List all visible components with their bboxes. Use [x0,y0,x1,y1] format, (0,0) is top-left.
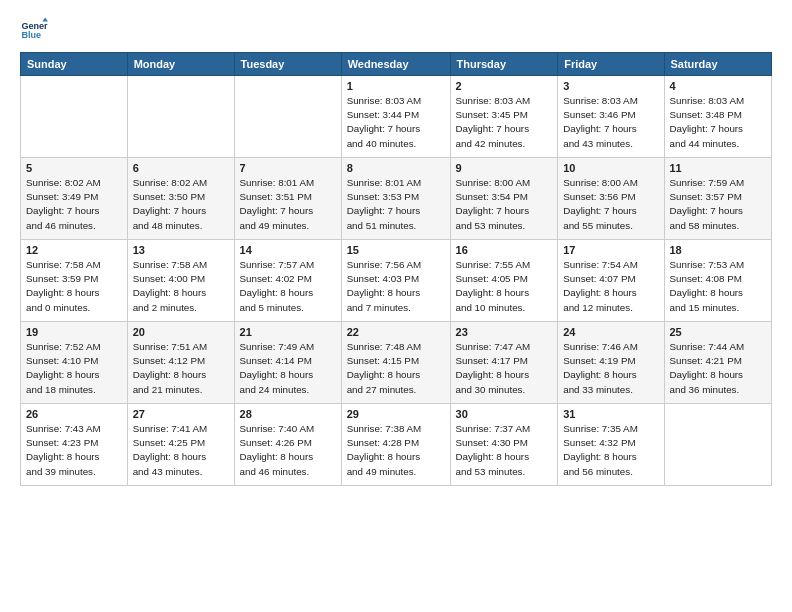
day-info: Sunrise: 7:53 AM Sunset: 4:08 PM Dayligh… [670,258,767,315]
weekday-header-saturday: Saturday [664,53,772,76]
calendar-cell: 23Sunrise: 7:47 AM Sunset: 4:17 PM Dayli… [450,322,558,404]
calendar-cell: 25Sunrise: 7:44 AM Sunset: 4:21 PM Dayli… [664,322,772,404]
weekday-header-wednesday: Wednesday [341,53,450,76]
day-number: 23 [456,326,553,338]
day-number: 9 [456,162,553,174]
day-info: Sunrise: 7:41 AM Sunset: 4:25 PM Dayligh… [133,422,229,479]
calendar-cell [127,76,234,158]
logo-icon: General Blue [20,16,48,44]
calendar-cell: 26Sunrise: 7:43 AM Sunset: 4:23 PM Dayli… [21,404,128,486]
weekday-header-monday: Monday [127,53,234,76]
header: General Blue [20,16,772,44]
calendar-cell: 17Sunrise: 7:54 AM Sunset: 4:07 PM Dayli… [558,240,664,322]
day-info: Sunrise: 7:51 AM Sunset: 4:12 PM Dayligh… [133,340,229,397]
calendar-cell: 21Sunrise: 7:49 AM Sunset: 4:14 PM Dayli… [234,322,341,404]
calendar-cell: 29Sunrise: 7:38 AM Sunset: 4:28 PM Dayli… [341,404,450,486]
calendar-cell: 7Sunrise: 8:01 AM Sunset: 3:51 PM Daylig… [234,158,341,240]
day-number: 19 [26,326,122,338]
day-info: Sunrise: 8:00 AM Sunset: 3:56 PM Dayligh… [563,176,658,233]
day-info: Sunrise: 7:58 AM Sunset: 4:00 PM Dayligh… [133,258,229,315]
week-row-1: 1Sunrise: 8:03 AM Sunset: 3:44 PM Daylig… [21,76,772,158]
day-info: Sunrise: 7:43 AM Sunset: 4:23 PM Dayligh… [26,422,122,479]
calendar-cell: 24Sunrise: 7:46 AM Sunset: 4:19 PM Dayli… [558,322,664,404]
weekday-header-sunday: Sunday [21,53,128,76]
calendar-cell: 8Sunrise: 8:01 AM Sunset: 3:53 PM Daylig… [341,158,450,240]
calendar-cell: 30Sunrise: 7:37 AM Sunset: 4:30 PM Dayli… [450,404,558,486]
calendar-cell: 27Sunrise: 7:41 AM Sunset: 4:25 PM Dayli… [127,404,234,486]
day-number: 29 [347,408,445,420]
calendar-cell: 28Sunrise: 7:40 AM Sunset: 4:26 PM Dayli… [234,404,341,486]
calendar-cell: 31Sunrise: 7:35 AM Sunset: 4:32 PM Dayli… [558,404,664,486]
weekday-header-row: SundayMondayTuesdayWednesdayThursdayFrid… [21,53,772,76]
svg-text:Blue: Blue [21,30,41,40]
day-info: Sunrise: 7:37 AM Sunset: 4:30 PM Dayligh… [456,422,553,479]
weekday-header-tuesday: Tuesday [234,53,341,76]
week-row-4: 19Sunrise: 7:52 AM Sunset: 4:10 PM Dayli… [21,322,772,404]
day-number: 17 [563,244,658,256]
calendar-cell: 2Sunrise: 8:03 AM Sunset: 3:45 PM Daylig… [450,76,558,158]
calendar-table: SundayMondayTuesdayWednesdayThursdayFrid… [20,52,772,486]
day-info: Sunrise: 8:01 AM Sunset: 3:53 PM Dayligh… [347,176,445,233]
day-info: Sunrise: 8:02 AM Sunset: 3:50 PM Dayligh… [133,176,229,233]
day-number: 10 [563,162,658,174]
day-number: 31 [563,408,658,420]
calendar-cell: 6Sunrise: 8:02 AM Sunset: 3:50 PM Daylig… [127,158,234,240]
day-number: 4 [670,80,767,92]
weekday-header-friday: Friday [558,53,664,76]
week-row-5: 26Sunrise: 7:43 AM Sunset: 4:23 PM Dayli… [21,404,772,486]
day-number: 22 [347,326,445,338]
day-info: Sunrise: 8:03 AM Sunset: 3:44 PM Dayligh… [347,94,445,151]
calendar-page: General Blue SundayMondayTuesdayWednesda… [0,0,792,612]
day-number: 28 [240,408,336,420]
svg-marker-2 [42,17,48,21]
calendar-cell: 3Sunrise: 8:03 AM Sunset: 3:46 PM Daylig… [558,76,664,158]
calendar-cell: 9Sunrise: 8:00 AM Sunset: 3:54 PM Daylig… [450,158,558,240]
day-info: Sunrise: 7:48 AM Sunset: 4:15 PM Dayligh… [347,340,445,397]
day-info: Sunrise: 7:46 AM Sunset: 4:19 PM Dayligh… [563,340,658,397]
day-number: 13 [133,244,229,256]
day-number: 16 [456,244,553,256]
day-number: 6 [133,162,229,174]
calendar-cell: 14Sunrise: 7:57 AM Sunset: 4:02 PM Dayli… [234,240,341,322]
calendar-cell: 5Sunrise: 8:02 AM Sunset: 3:49 PM Daylig… [21,158,128,240]
calendar-cell: 10Sunrise: 8:00 AM Sunset: 3:56 PM Dayli… [558,158,664,240]
day-number: 24 [563,326,658,338]
day-number: 2 [456,80,553,92]
day-number: 30 [456,408,553,420]
day-number: 12 [26,244,122,256]
svg-text:General: General [21,21,48,31]
calendar-cell: 19Sunrise: 7:52 AM Sunset: 4:10 PM Dayli… [21,322,128,404]
calendar-cell: 20Sunrise: 7:51 AM Sunset: 4:12 PM Dayli… [127,322,234,404]
calendar-cell: 18Sunrise: 7:53 AM Sunset: 4:08 PM Dayli… [664,240,772,322]
day-info: Sunrise: 7:44 AM Sunset: 4:21 PM Dayligh… [670,340,767,397]
calendar-cell: 4Sunrise: 8:03 AM Sunset: 3:48 PM Daylig… [664,76,772,158]
calendar-cell [21,76,128,158]
day-info: Sunrise: 8:02 AM Sunset: 3:49 PM Dayligh… [26,176,122,233]
day-info: Sunrise: 7:54 AM Sunset: 4:07 PM Dayligh… [563,258,658,315]
day-info: Sunrise: 7:55 AM Sunset: 4:05 PM Dayligh… [456,258,553,315]
calendar-cell: 22Sunrise: 7:48 AM Sunset: 4:15 PM Dayli… [341,322,450,404]
day-number: 1 [347,80,445,92]
day-number: 21 [240,326,336,338]
weekday-header-thursday: Thursday [450,53,558,76]
logo: General Blue [20,16,52,44]
day-number: 14 [240,244,336,256]
day-info: Sunrise: 7:49 AM Sunset: 4:14 PM Dayligh… [240,340,336,397]
calendar-cell: 11Sunrise: 7:59 AM Sunset: 3:57 PM Dayli… [664,158,772,240]
day-number: 3 [563,80,658,92]
day-info: Sunrise: 8:01 AM Sunset: 3:51 PM Dayligh… [240,176,336,233]
day-info: Sunrise: 7:58 AM Sunset: 3:59 PM Dayligh… [26,258,122,315]
calendar-cell [234,76,341,158]
day-number: 26 [26,408,122,420]
week-row-2: 5Sunrise: 8:02 AM Sunset: 3:49 PM Daylig… [21,158,772,240]
day-info: Sunrise: 7:47 AM Sunset: 4:17 PM Dayligh… [456,340,553,397]
day-number: 7 [240,162,336,174]
calendar-cell: 12Sunrise: 7:58 AM Sunset: 3:59 PM Dayli… [21,240,128,322]
day-info: Sunrise: 8:03 AM Sunset: 3:46 PM Dayligh… [563,94,658,151]
day-info: Sunrise: 7:57 AM Sunset: 4:02 PM Dayligh… [240,258,336,315]
day-info: Sunrise: 7:38 AM Sunset: 4:28 PM Dayligh… [347,422,445,479]
day-number: 5 [26,162,122,174]
day-number: 8 [347,162,445,174]
calendar-cell: 13Sunrise: 7:58 AM Sunset: 4:00 PM Dayli… [127,240,234,322]
day-info: Sunrise: 7:59 AM Sunset: 3:57 PM Dayligh… [670,176,767,233]
